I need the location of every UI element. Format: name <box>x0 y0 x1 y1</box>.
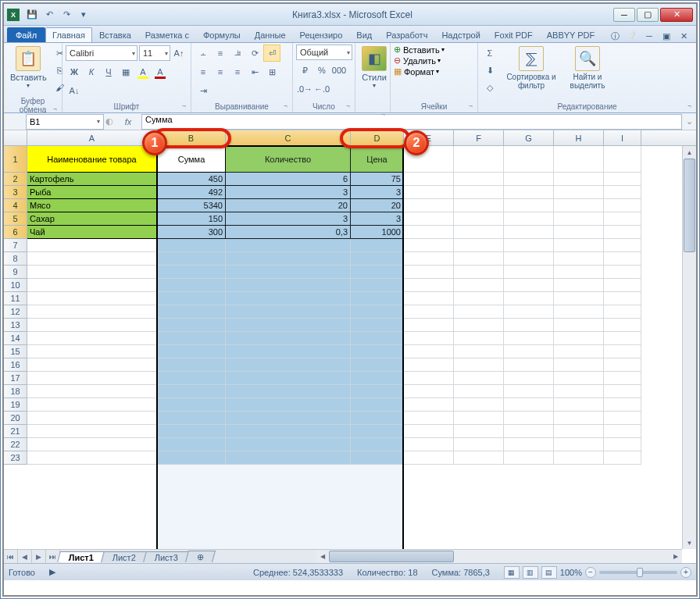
cell-F11[interactable] <box>454 292 504 305</box>
cell-B3[interactable]: 492 <box>157 186 226 199</box>
cell-H18[interactable] <box>554 385 604 398</box>
row-header-9[interactable]: 9 <box>4 266 27 279</box>
cell-A21[interactable] <box>27 425 157 438</box>
column-header-F[interactable]: F <box>454 130 504 145</box>
cell-E16[interactable] <box>404 358 454 372</box>
wrap-text-button[interactable]: ⏎ <box>263 45 280 62</box>
cell-G17[interactable] <box>504 372 554 385</box>
zoom-slider[interactable] <box>599 571 677 574</box>
cell-B15[interactable] <box>157 345 226 358</box>
cell-I17[interactable] <box>604 372 641 385</box>
decrease-decimal-button[interactable]: ←.0 <box>313 80 330 98</box>
cell-A16[interactable] <box>27 358 157 372</box>
cell-H10[interactable] <box>554 279 604 292</box>
cell-A17[interactable] <box>27 372 157 385</box>
cell-G18[interactable] <box>504 385 554 398</box>
row-header-21[interactable]: 21 <box>4 425 27 438</box>
tab-abbyy[interactable]: ABBYY PDF <box>540 27 602 42</box>
cell-C17[interactable] <box>226 372 351 385</box>
row-header-6[interactable]: 6 <box>4 226 27 239</box>
cell-F5[interactable] <box>454 212 504 226</box>
cell-A8[interactable] <box>27 252 157 266</box>
scroll-left-icon[interactable]: ◀ <box>316 553 329 560</box>
cell-D12[interactable] <box>351 305 404 319</box>
cell-H3[interactable] <box>554 186 604 199</box>
tab-file[interactable]: Файл <box>7 27 45 42</box>
cell-I9[interactable] <box>604 266 641 279</box>
cell-I6[interactable] <box>604 226 641 239</box>
row-header-2[interactable]: 2 <box>4 173 27 186</box>
cell-B11[interactable] <box>157 292 226 305</box>
column-header-C[interactable]: C <box>226 130 351 145</box>
cell-A3[interactable]: Рыба <box>27 186 157 199</box>
cell-I14[interactable] <box>604 332 641 345</box>
tab-developer[interactable]: Разработч <box>379 27 434 42</box>
tab-home[interactable]: Главная <box>45 27 92 42</box>
cell-E15[interactable] <box>404 345 454 358</box>
cell-G14[interactable] <box>504 332 554 345</box>
cell-F6[interactable] <box>454 226 504 239</box>
cell-G22[interactable] <box>504 438 554 451</box>
cell-D16[interactable] <box>351 358 404 372</box>
cell-G15[interactable] <box>504 345 554 358</box>
horizontal-scrollbar[interactable]: ◀ ▶ <box>316 549 682 563</box>
cell-D8[interactable] <box>351 252 404 266</box>
styles-button[interactable]: ◧ Стили ▾ <box>359 45 390 91</box>
cell-F15[interactable] <box>454 345 504 358</box>
fill-color-button[interactable]: A <box>134 63 152 80</box>
increase-indent-button[interactable]: ⇥ <box>195 82 212 99</box>
cell-A22[interactable] <box>27 438 157 451</box>
scroll-up-icon[interactable]: ▲ <box>683 146 696 159</box>
macro-icon[interactable]: ▶ <box>49 567 55 577</box>
cell-A15[interactable] <box>27 345 157 358</box>
cell-G16[interactable] <box>504 358 554 372</box>
cell-A2[interactable]: Картофель <box>27 173 157 186</box>
font-name-combo[interactable]: Calibri▾ <box>66 45 138 61</box>
cell-I22[interactable] <box>604 438 641 451</box>
cell-I10[interactable] <box>604 279 641 292</box>
cell-I2[interactable] <box>604 173 641 186</box>
vertical-scrollbar[interactable]: ▲ ▼ <box>682 146 696 549</box>
cell-I20[interactable] <box>604 412 641 425</box>
tab-review[interactable]: Рецензиро <box>293 27 350 42</box>
cell-A7[interactable] <box>27 239 157 252</box>
cell-I13[interactable] <box>604 319 641 332</box>
cell-C12[interactable] <box>226 305 351 319</box>
cell-C5[interactable]: 3 <box>226 212 351 226</box>
cell-H16[interactable] <box>554 358 604 372</box>
autosum-button[interactable]: Σ <box>481 45 498 62</box>
cell-B12[interactable] <box>157 305 226 319</box>
cell-A12[interactable] <box>27 305 157 319</box>
save-button[interactable]: 💾 <box>24 7 40 23</box>
zoom-in-button[interactable]: + <box>680 567 691 578</box>
cell-C11[interactable] <box>226 292 351 305</box>
cell-F10[interactable] <box>454 279 504 292</box>
redo-button[interactable]: ↷ <box>59 7 74 23</box>
cell-I19[interactable] <box>604 398 641 412</box>
row-header-20[interactable]: 20 <box>4 412 27 425</box>
cell-D21[interactable] <box>351 425 404 438</box>
cell-I3[interactable] <box>604 186 641 199</box>
orientation-button[interactable]: ⟳ <box>246 45 263 62</box>
ribbon-minimize-icon[interactable]: ⓘ <box>609 30 621 42</box>
row-header-13[interactable]: 13 <box>4 319 27 332</box>
underline-button[interactable]: Ч <box>100 63 117 80</box>
tab-data[interactable]: Данные <box>248 27 293 42</box>
cell-C2[interactable]: 6 <box>226 173 351 186</box>
cell-B7[interactable] <box>157 239 226 252</box>
tab-addins[interactable]: Надстрой <box>434 27 487 42</box>
cell-I5[interactable] <box>604 212 641 226</box>
row-header-7[interactable]: 7 <box>4 239 27 252</box>
cell-C22[interactable] <box>226 438 351 451</box>
cell-H4[interactable] <box>554 199 604 212</box>
cell-E11[interactable] <box>404 292 454 305</box>
cell-D15[interactable] <box>351 345 404 358</box>
cell-F16[interactable] <box>454 358 504 372</box>
cell-D23[interactable] <box>351 451 404 465</box>
cell-H8[interactable] <box>554 252 604 266</box>
cell-G5[interactable] <box>504 212 554 226</box>
active-cell[interactable]: Сумма <box>157 146 226 173</box>
row-header-8[interactable]: 8 <box>4 252 27 266</box>
cell-E17[interactable] <box>404 372 454 385</box>
number-format-combo[interactable]: Общий▾ <box>296 45 352 60</box>
